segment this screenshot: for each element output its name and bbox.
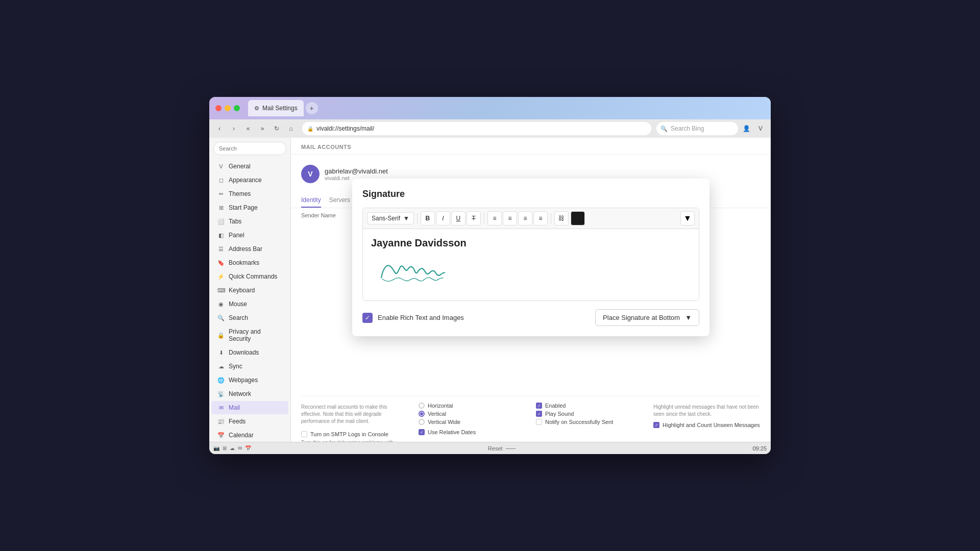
downloads-icon: ⬇ xyxy=(217,349,225,356)
sidebar-item-themes[interactable]: ✏ Themes xyxy=(211,187,288,201)
rich-text-text: Enable Rich Text and Images xyxy=(378,314,464,321)
feeds-icon: 📰 xyxy=(217,418,225,425)
mail-icon: ✉ xyxy=(217,405,225,411)
sidebar-search-container xyxy=(209,138,290,159)
fast-forward-button[interactable]: » xyxy=(256,122,268,135)
tabs-icon: ⬜ xyxy=(217,218,225,225)
close-button[interactable] xyxy=(215,105,222,111)
bold-button[interactable]: B xyxy=(421,211,435,226)
signature-title: Signature xyxy=(362,189,699,199)
reload-button[interactable]: ↻ xyxy=(271,122,283,135)
sidebar-item-mouse[interactable]: ◉ Mouse xyxy=(211,297,288,311)
title-bar: ⚙ Mail Settings + xyxy=(209,97,771,119)
section-title: MAIL ACCOUNTS xyxy=(291,138,771,155)
sidebar-item-search[interactable]: 🔍 Search xyxy=(211,311,288,324)
align-center-button[interactable]: ≡ xyxy=(503,211,517,226)
sidebar-item-downloads[interactable]: ⬇ Downloads xyxy=(211,346,288,359)
play-sound-checkbox[interactable]: ✓ xyxy=(536,411,542,417)
sidebar: V General ◻ Appearance ✏ Themes ⊞ Start … xyxy=(209,138,291,442)
toolbar-divider-1 xyxy=(417,213,418,223)
placement-dropdown[interactable]: Place Signature at Bottom ▼ xyxy=(595,309,699,326)
sidebar-label-privacy: Privacy and Security xyxy=(229,328,282,342)
sidebar-search-input[interactable] xyxy=(213,142,286,155)
radio-vertical: Vertical xyxy=(419,411,526,417)
placement-chevron-icon: ▼ xyxy=(685,314,692,321)
align-buttons: ≡ ≡ ≡ ≡ xyxy=(487,211,548,226)
vertical-wide-radio[interactable] xyxy=(419,419,425,425)
minimize-button[interactable] xyxy=(225,105,231,111)
underline-button[interactable]: U xyxy=(451,211,465,226)
sidebar-label-keyboard: Keyboard xyxy=(229,287,255,294)
sidebar-item-sync[interactable]: ☁ Sync xyxy=(211,360,288,373)
reset-label[interactable]: Reset xyxy=(488,445,503,452)
vertical-radio[interactable] xyxy=(419,411,425,417)
sidebar-item-address-bar[interactable]: ☰ Address Bar xyxy=(211,242,288,256)
sidebar-item-tabs[interactable]: ⬜ Tabs xyxy=(211,215,288,228)
signature-editor: Sans-Serif ▼ B I U T xyxy=(362,208,699,301)
editor-body[interactable]: Jayanne Davidsson xyxy=(363,229,699,300)
start-page-icon: ⊞ xyxy=(217,205,225,211)
enabled-label: Enabled xyxy=(545,403,566,409)
sidebar-item-bookmarks[interactable]: 🔖 Bookmarks xyxy=(211,256,288,269)
rich-text-checkbox[interactable]: ✓ xyxy=(362,313,373,323)
align-right-button[interactable]: ≡ xyxy=(518,211,532,226)
sidebar-label-mouse: Mouse xyxy=(229,300,247,308)
highlight-unseen-checkbox[interactable]: ✓ xyxy=(653,422,659,428)
smtp-log-description: Turn this on for debugging problems with… xyxy=(301,439,408,442)
link-button[interactable]: ⛓ xyxy=(554,211,569,226)
sidebar-label-bookmarks: Bookmarks xyxy=(229,259,259,266)
toolbar-more-button[interactable]: ▼ xyxy=(680,211,695,226)
forward-button[interactable]: › xyxy=(228,122,240,135)
sidebar-item-quick-commands[interactable]: ⚡ Quick Commands xyxy=(211,270,288,283)
sidebar-item-mail[interactable]: ✉ Mail xyxy=(211,401,288,414)
avatar-letter: V xyxy=(308,170,312,178)
home-button[interactable]: ⌂ xyxy=(285,122,297,135)
color-picker-button[interactable] xyxy=(571,211,585,226)
vivaldi-icon[interactable]: V xyxy=(754,122,767,135)
sidebar-label-general: General xyxy=(229,163,251,170)
horizontal-label: Horizontal xyxy=(428,403,453,409)
relative-dates-checkbox[interactable]: ✓ xyxy=(419,429,425,435)
mouse-icon: ◉ xyxy=(217,301,225,308)
rewind-button[interactable]: « xyxy=(242,122,254,135)
horizontal-radio[interactable] xyxy=(419,403,425,409)
sidebar-label-downloads: Downloads xyxy=(229,349,259,356)
chevron-down-icon: ▼ xyxy=(683,214,692,223)
privacy-icon: 🔒 xyxy=(217,332,225,339)
relative-dates-label: Use Relative Dates xyxy=(428,429,476,435)
italic-button[interactable]: I xyxy=(436,211,450,226)
address-bar[interactable]: 🔒 vivaldi://settings/mail/ xyxy=(302,122,651,135)
sidebar-label-tabs: Tabs xyxy=(229,218,241,225)
sidebar-item-network[interactable]: 📡 Network xyxy=(211,387,288,400)
sidebar-item-appearance[interactable]: ◻ Appearance xyxy=(211,173,288,187)
font-selector[interactable]: Sans-Serif ▼ xyxy=(367,212,414,224)
rich-text-label[interactable]: ✓ Enable Rich Text and Images xyxy=(362,313,464,323)
notify-sent-label: Notify on Successfully Sent xyxy=(545,419,613,425)
link-icon: ⛓ xyxy=(558,215,565,222)
maximize-button[interactable] xyxy=(234,105,240,111)
sidebar-item-webpages[interactable]: 🌐 Webpages xyxy=(211,373,288,387)
enabled-checkbox[interactable]: ✓ xyxy=(536,403,542,409)
sidebar-item-general[interactable]: V General xyxy=(211,160,288,173)
sidebar-item-panel[interactable]: ◧ Panel xyxy=(211,229,288,242)
search-bar[interactable]: 🔍 Search Bing xyxy=(656,122,738,135)
new-tab-button[interactable]: + xyxy=(306,102,318,114)
col-highlight: Highlight unread messages that have not … xyxy=(653,403,761,442)
sidebar-item-calendar[interactable]: 📅 Calendar xyxy=(211,429,288,442)
col-layout: Horizontal Vertical Vertical Wide xyxy=(419,403,526,442)
sidebar-item-privacy[interactable]: 🔒 Privacy and Security xyxy=(211,325,288,345)
font-family-label: Sans-Serif xyxy=(372,215,400,222)
keyboard-icon: ⌨ xyxy=(217,287,225,294)
tab-mail-settings[interactable]: ⚙ Mail Settings xyxy=(248,100,304,116)
sidebar-item-start-page[interactable]: ⊞ Start Page xyxy=(211,201,288,214)
align-justify-button[interactable]: ≡ xyxy=(533,211,548,226)
notify-sent-checkbox[interactable] xyxy=(536,419,542,425)
align-left-button[interactable]: ≡ xyxy=(487,211,502,226)
sidebar-item-feeds[interactable]: 📰 Feeds xyxy=(211,415,288,428)
sidebar-item-keyboard[interactable]: ⌨ Keyboard xyxy=(211,284,288,297)
user-icon[interactable]: 👤 xyxy=(740,122,752,135)
smtp-log-checkbox[interactable] xyxy=(301,431,307,437)
strikethrough-button[interactable]: T xyxy=(467,211,481,226)
back-button[interactable]: ‹ xyxy=(213,122,226,135)
sidebar-label-calendar: Calendar xyxy=(229,432,254,439)
